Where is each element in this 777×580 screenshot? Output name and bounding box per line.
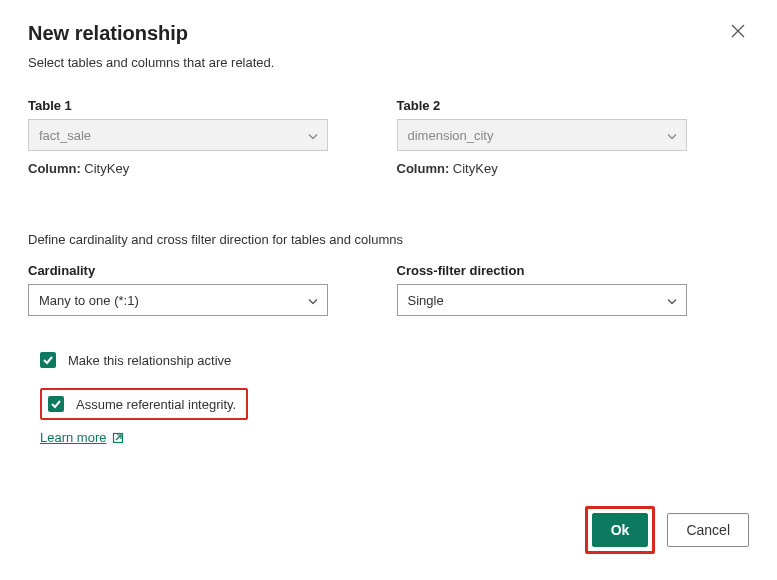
integrity-highlight: Assume referential integrity. [40, 388, 248, 420]
table2-column-label: Column: [397, 161, 450, 176]
ok-button[interactable]: Ok [592, 513, 649, 547]
table1-label: Table 1 [28, 98, 369, 113]
cancel-button[interactable]: Cancel [667, 513, 749, 547]
close-button[interactable] [727, 22, 749, 43]
crossfilter-select[interactable] [397, 284, 687, 316]
table1-column-label: Column: [28, 161, 81, 176]
cardinality-label: Cardinality [28, 263, 369, 278]
active-checkbox-label: Make this relationship active [68, 353, 231, 368]
ok-highlight: Ok [585, 506, 656, 554]
check-icon [42, 354, 54, 366]
cardinality-select[interactable] [28, 284, 328, 316]
section-description: Define cardinality and cross filter dire… [28, 232, 749, 247]
svg-line-3 [116, 435, 121, 440]
learn-more-label: Learn more [40, 430, 106, 445]
active-checkbox[interactable] [40, 352, 56, 368]
learn-more-link[interactable]: Learn more [40, 430, 124, 445]
table1-select[interactable] [28, 119, 328, 151]
integrity-checkbox[interactable] [48, 396, 64, 412]
external-link-icon [112, 432, 124, 444]
table2-label: Table 2 [397, 98, 750, 113]
table1-column-value: CityKey [84, 161, 129, 176]
crossfilter-label: Cross-filter direction [397, 263, 750, 278]
table2-column-value: CityKey [453, 161, 498, 176]
integrity-checkbox-label: Assume referential integrity. [76, 397, 236, 412]
dialog-subtitle: Select tables and columns that are relat… [28, 55, 749, 70]
dialog-title: New relationship [28, 22, 188, 45]
check-icon [50, 398, 62, 410]
table2-select[interactable] [397, 119, 687, 151]
close-icon [731, 24, 745, 41]
